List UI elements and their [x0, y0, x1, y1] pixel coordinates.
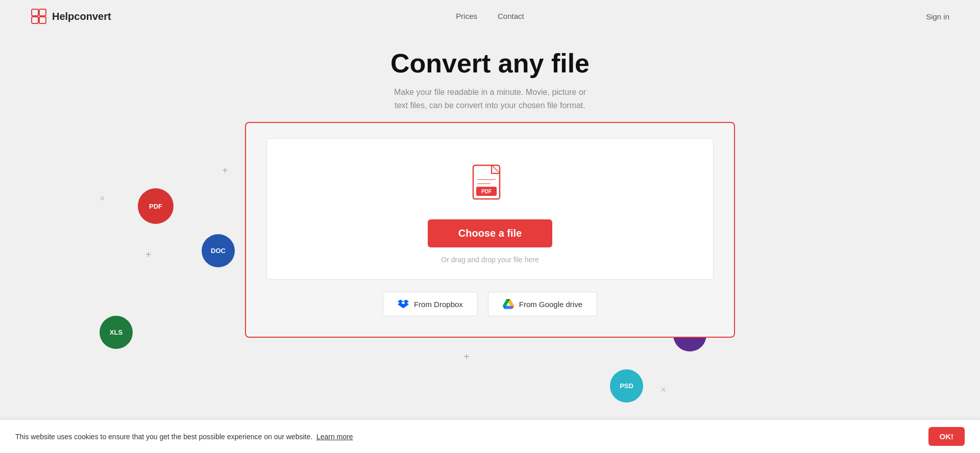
logo-area: Helpconvert: [31, 8, 111, 24]
svg-rect-1: [39, 9, 46, 16]
svg-text:PDF: PDF: [481, 189, 492, 194]
dropbox-button[interactable]: From Dropbox: [383, 292, 478, 316]
choose-file-button[interactable]: Choose a file: [428, 219, 552, 247]
cookie-learn-more-link[interactable]: Learn more: [316, 433, 353, 441]
navbar: Helpconvert Prices Contact Sign in: [0, 0, 980, 33]
logo-icon: [31, 8, 47, 24]
drag-drop-text: Or drag and drop your file here: [441, 256, 538, 264]
badge-xls: XLS: [100, 316, 133, 349]
cookie-text: This website uses cookies to ensure that…: [15, 433, 353, 441]
badge-doc: DOC: [202, 234, 235, 267]
cookie-ok-button[interactable]: OK!: [928, 427, 965, 446]
upload-inner-box: PDF Choose a file Or drag and drop your …: [266, 138, 714, 280]
hero-title: Convert any file: [0, 48, 980, 79]
cloud-buttons: From Dropbox From Google drive: [266, 292, 714, 316]
nav-contact[interactable]: Contact: [498, 12, 524, 21]
upload-container: PDF Choose a file Or drag and drop your …: [245, 122, 735, 338]
cookie-banner: This website uses cookies to ensure that…: [0, 420, 980, 453]
svg-rect-3: [39, 17, 46, 23]
sign-in-button[interactable]: Sign in: [926, 12, 949, 21]
main-area: + + + + × × × PDF DOC XLS PNG AI AE PSD: [0, 122, 980, 438]
plus-mark-1: +: [222, 165, 228, 175]
nav-links: Prices Contact: [456, 12, 524, 21]
dropbox-icon: [398, 298, 409, 310]
badge-pdf: PDF: [138, 188, 174, 224]
google-drive-icon: [503, 298, 514, 310]
x-mark-1: ×: [100, 193, 105, 204]
nav-prices[interactable]: Prices: [456, 12, 477, 21]
logo-text: Helpconvert: [52, 11, 111, 22]
svg-rect-2: [32, 17, 38, 23]
dropbox-label: From Dropbox: [414, 300, 463, 309]
pdf-file-icon: PDF: [472, 164, 508, 205]
plus-mark-4: +: [463, 351, 470, 362]
google-drive-label: From Google drive: [519, 300, 582, 309]
x-mark-3: ×: [660, 385, 666, 395]
plus-mark-3: +: [145, 249, 152, 260]
hero-section: Convert any file Make your file readable…: [0, 33, 980, 122]
svg-rect-0: [32, 9, 38, 16]
badge-psd: PSD: [610, 369, 643, 402]
google-drive-button[interactable]: From Google drive: [488, 292, 597, 316]
hero-description: Make your file readable in a minute. Mov…: [393, 86, 587, 112]
